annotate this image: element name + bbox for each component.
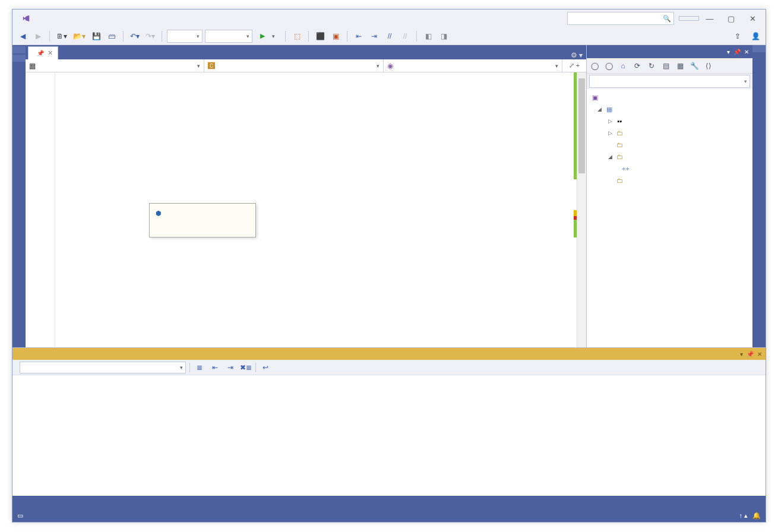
- nav-split-button[interactable]: ⤢ +: [562, 59, 586, 72]
- live-share-button[interactable]: ⇪: [731, 32, 747, 40]
- external-deps-node[interactable]: ▷ 🗀: [588, 127, 751, 139]
- bookmark2-btn[interactable]: ◨: [437, 30, 450, 43]
- platform-dropdown[interactable]: ▾: [205, 30, 252, 43]
- editor-tabs: 📌 ✕ ⚙ ▾: [26, 45, 586, 59]
- nav-member-dropdown[interactable]: ◉ ▾: [384, 59, 562, 72]
- save-button[interactable]: 💾: [90, 30, 103, 43]
- editor-scrollbar[interactable]: [577, 72, 586, 347]
- navigation-bar: ▦ ▾ 🅲 ▾ ◉ ▾ ⤢ +: [26, 59, 586, 72]
- expander-icon[interactable]: ▷: [607, 118, 613, 124]
- solexp-search-input[interactable]: ▾: [589, 75, 750, 88]
- sx-filter-icon[interactable]: ▤: [660, 61, 671, 71]
- solution-node[interactable]: ▣: [588, 91, 751, 103]
- solution-icon: ▣: [590, 93, 599, 102]
- quick-search-input[interactable]: 🔍: [567, 12, 674, 25]
- find-symbol-tab[interactable]: [29, 501, 36, 504]
- folder-icon: 🗀: [615, 176, 624, 185]
- solexp-header: ▾ 📌 ✕: [587, 45, 752, 58]
- editor-tab-active[interactable]: 📌 ✕: [28, 46, 58, 59]
- nav-fwd-button[interactable]: ▶: [31, 30, 45, 43]
- panel-pin-icon[interactable]: 📌: [747, 351, 754, 357]
- class-icon: 🅲: [208, 62, 216, 70]
- open-button[interactable]: 📂▾: [71, 30, 87, 43]
- tool-btn-2[interactable]: ⬛: [314, 30, 327, 43]
- uncomment-btn[interactable]: //: [399, 30, 412, 43]
- window-icon: ▭: [17, 512, 23, 520]
- nav-project-dropdown[interactable]: ▦ ▾: [26, 59, 204, 72]
- tab-options-icon[interactable]: ⚙ ▾: [567, 51, 586, 59]
- sx-back-icon[interactable]: ◯: [589, 61, 600, 71]
- sx-refresh-icon[interactable]: ↻: [646, 61, 657, 71]
- output-header: ▾ 📌 ✕: [12, 348, 766, 360]
- error-list-tab[interactable]: [16, 501, 23, 504]
- sx-showall-icon[interactable]: ▦: [675, 61, 685, 71]
- expander-icon[interactable]: ◢: [596, 106, 602, 112]
- tool-btn-1[interactable]: ⬚: [290, 30, 303, 43]
- references-node[interactable]: ▷ ▪▪: [588, 115, 751, 127]
- tooltip-search-link[interactable]: [156, 219, 249, 223]
- title-bar: 🔍 — ▢ ✕: [12, 10, 766, 27]
- toolbox-tab[interactable]: [12, 55, 26, 62]
- output-text[interactable]: [12, 375, 766, 496]
- pin-icon[interactable]: 📌: [37, 50, 44, 56]
- panel-pin-icon[interactable]: 📌: [733, 49, 741, 55]
- expander-icon[interactable]: ▷: [607, 130, 613, 136]
- bookmark-btn[interactable]: ◧: [422, 30, 435, 43]
- output-tab[interactable]: [42, 501, 49, 504]
- panel-close-icon[interactable]: ✕: [757, 351, 762, 357]
- output-source-dropdown[interactable]: ▾: [20, 362, 186, 373]
- outdent-btn[interactable]: ⇥: [368, 30, 381, 43]
- solution-name-label: [679, 16, 699, 21]
- server-explorer-tab[interactable]: [12, 46, 26, 53]
- chevron-down-icon: ▾: [744, 78, 747, 84]
- output-clear-icon[interactable]: ✖≣: [240, 362, 252, 373]
- cpp-file-node[interactable]: ++: [588, 163, 751, 175]
- save-all-button[interactable]: 🗃: [105, 30, 118, 43]
- redo-button[interactable]: ↷▾: [144, 30, 157, 43]
- maximize-button[interactable]: ▢: [720, 11, 742, 26]
- start-debug-button[interactable]: ▶▾: [255, 30, 280, 43]
- close-button[interactable]: ✕: [742, 11, 763, 26]
- sx-sync-icon[interactable]: ⟳: [632, 61, 643, 71]
- output-wrap-icon[interactable]: ↩: [260, 362, 271, 373]
- undo-button[interactable]: ↶▾: [128, 30, 141, 43]
- nav-class-dropdown[interactable]: 🅲 ▾: [204, 59, 383, 72]
- config-dropdown[interactable]: ▾: [167, 30, 203, 43]
- sx-fwd-icon[interactable]: ◯: [603, 61, 614, 71]
- panel-dropdown-icon[interactable]: ▾: [740, 351, 743, 357]
- solution-explorer-panel: ▾ 📌 ✕ ◯ ◯ ⌂ ⟳ ↻ ▤ ▦ 🔧 ⟨⟩ ▾: [586, 45, 752, 347]
- panel-close-icon[interactable]: ✕: [744, 49, 749, 55]
- project-node[interactable]: ◢ ▦: [588, 103, 751, 115]
- tool-btn-3[interactable]: ▣: [329, 30, 342, 43]
- diagnostic-tools-tab[interactable]: [752, 45, 766, 52]
- indent-btn[interactable]: ⇤: [352, 30, 365, 43]
- cpp-file-icon: ++: [621, 164, 630, 173]
- bottom-panel-tabs: [12, 496, 766, 509]
- output-toolbar: ▾ ≣ ⇤ ⇥ ✖≣ ↩: [12, 360, 766, 375]
- tooltip-search-link-2[interactable]: [156, 230, 249, 233]
- panel-dropdown-icon[interactable]: ▾: [727, 49, 730, 55]
- close-tab-icon[interactable]: ✕: [48, 49, 53, 57]
- lightbulb-icon: ⬢: [156, 210, 162, 217]
- minimize-button[interactable]: —: [699, 11, 720, 26]
- headers-node[interactable]: 🗀: [588, 139, 751, 151]
- intellisense-tooltip: ⬢: [149, 203, 256, 238]
- sx-view-icon[interactable]: ⟨⟩: [703, 61, 714, 71]
- expander-icon[interactable]: ◢: [607, 154, 613, 160]
- source-control-button[interactable]: ↑ ▴: [739, 512, 748, 520]
- sx-home-icon[interactable]: ⌂: [618, 61, 628, 71]
- output-goto-icon[interactable]: ≣: [194, 362, 205, 373]
- feedback-button[interactable]: 👤: [749, 30, 762, 43]
- new-project-button[interactable]: 🗎▾: [55, 30, 69, 43]
- sx-prop-icon[interactable]: 🔧: [689, 61, 700, 71]
- resources-node[interactable]: 🗀: [588, 175, 751, 186]
- comment-btn[interactable]: //: [383, 30, 396, 43]
- sources-node[interactable]: ◢ 🗀: [588, 151, 751, 163]
- output-prev-icon[interactable]: ⇤: [209, 362, 221, 373]
- left-sidebar: [12, 45, 26, 347]
- references-icon: ▪▪: [615, 117, 624, 126]
- output-next-icon[interactable]: ⇥: [224, 362, 236, 373]
- solution-tree: ▣ ◢ ▦ ▷ ▪▪ ▷ 🗀: [587, 89, 752, 347]
- nav-back-button[interactable]: ◀: [16, 30, 29, 43]
- notifications-icon[interactable]: 🔔: [752, 512, 761, 520]
